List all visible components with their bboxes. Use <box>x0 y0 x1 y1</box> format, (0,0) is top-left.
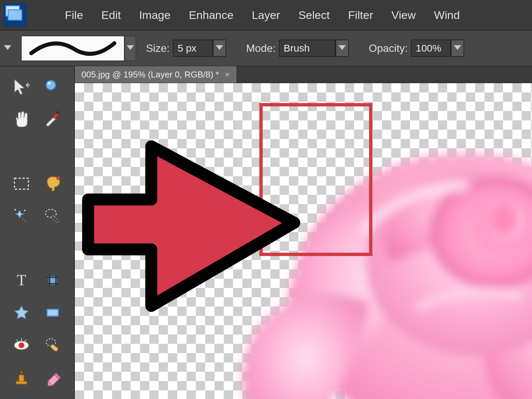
tool-hand[interactable] <box>6 103 37 135</box>
svg-point-10 <box>24 210 25 211</box>
size-dropdown-button[interactable] <box>213 40 226 57</box>
tool-cookie-cutter[interactable] <box>6 297 37 329</box>
svg-rect-20 <box>50 344 59 352</box>
toolbox-panel: T <box>0 66 75 399</box>
options-menu-chevron-icon[interactable] <box>4 45 11 52</box>
tool-clone-stamp[interactable] <box>6 361 37 393</box>
menu-filter[interactable]: Filter <box>348 9 373 22</box>
svg-rect-22 <box>16 381 27 384</box>
mode-select[interactable]: Brush <box>279 40 335 57</box>
chevron-down-icon <box>454 45 461 52</box>
tool-crop[interactable] <box>38 265 68 296</box>
svg-rect-12 <box>52 215 59 223</box>
menu-bar: File Edit Image Enhance Layer Select Fil… <box>0 0 532 30</box>
close-icon[interactable]: × <box>225 70 230 79</box>
opacity-label: Opacity: <box>369 42 408 55</box>
chevron-down-icon <box>216 45 223 52</box>
tool-quick-selection[interactable] <box>38 200 68 232</box>
svg-text:T: T <box>17 272 26 289</box>
canvas[interactable] <box>75 83 532 399</box>
tool-magic-wand[interactable] <box>6 200 37 232</box>
app-logo-icon[interactable] <box>3 3 27 27</box>
tool-eraser[interactable] <box>38 361 68 393</box>
svg-rect-8 <box>21 216 28 223</box>
chevron-down-icon <box>338 45 346 52</box>
menu-file[interactable]: File <box>65 9 83 22</box>
tool-straighten[interactable] <box>38 297 68 329</box>
svg-point-1 <box>47 82 51 85</box>
tool-spot-healing-brush[interactable] <box>38 329 68 361</box>
tool-rectangular-marquee[interactable] <box>6 168 37 200</box>
svg-point-9 <box>15 209 16 210</box>
size-input[interactable]: 5 px <box>173 40 213 57</box>
tool-eyedropper[interactable] <box>38 103 68 135</box>
brush-picker-button[interactable] <box>124 36 136 61</box>
svg-rect-2 <box>52 88 59 95</box>
menu-layer[interactable]: Layer <box>252 9 280 22</box>
svg-point-0 <box>46 80 56 90</box>
svg-point-11 <box>45 209 56 217</box>
tool-type[interactable]: T <box>6 265 37 296</box>
menu-enhance[interactable]: Enhance <box>189 9 233 22</box>
tool-move[interactable] <box>6 71 37 103</box>
options-bar: Size: 5 px Mode: Brush Opacity: 100% <box>0 30 532 66</box>
brush-preview[interactable] <box>21 36 124 61</box>
menu-select[interactable]: Select <box>298 9 330 22</box>
tool-red-eye[interactable] <box>6 329 37 361</box>
svg-point-18 <box>19 342 25 348</box>
svg-rect-16 <box>48 310 58 315</box>
opacity-dropdown-button[interactable] <box>451 40 464 57</box>
menu-edit[interactable]: Edit <box>101 9 121 22</box>
menu-view[interactable]: View <box>391 9 416 22</box>
tool-zoom[interactable] <box>38 71 68 103</box>
annotation-highlight-box <box>259 103 372 256</box>
document-tab-title: 005.jpg @ 195% (Layer 0, RGB/8) * <box>81 69 219 80</box>
mode-dropdown-button[interactable] <box>335 40 349 57</box>
menu-window[interactable]: Wind <box>434 9 460 22</box>
chevron-down-icon <box>127 45 134 52</box>
svg-rect-5 <box>15 178 29 189</box>
opacity-input[interactable]: 100% <box>411 40 451 57</box>
document-tab[interactable]: 005.jpg @ 195% (Layer 0, RGB/8) * × <box>75 66 236 83</box>
mode-label: Mode: <box>246 42 276 55</box>
svg-rect-23 <box>20 370 23 375</box>
svg-rect-7 <box>58 177 59 179</box>
menu-image[interactable]: Image <box>139 9 171 22</box>
size-label: Size: <box>146 42 170 55</box>
tool-lasso[interactable] <box>38 168 68 200</box>
document-tab-strip: 005.jpg @ 195% (Layer 0, RGB/8) * × <box>75 66 532 83</box>
